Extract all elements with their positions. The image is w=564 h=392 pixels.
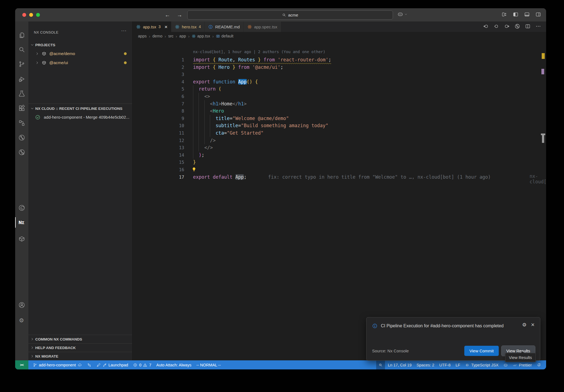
activity-item-gitlens-inspect[interactable] bbox=[15, 146, 28, 159]
zoom-window-button[interactable] bbox=[36, 13, 40, 17]
remote-indicator[interactable]: >< bbox=[15, 360, 28, 369]
status-eol[interactable]: LF bbox=[453, 360, 462, 369]
token: ; bbox=[202, 152, 204, 158]
activity-item-explorer[interactable] bbox=[15, 29, 28, 42]
command-center-search[interactable]: acme bbox=[187, 10, 393, 20]
project-item[interactable]: @acme/ui bbox=[28, 58, 132, 67]
split-editor-button[interactable] bbox=[525, 23, 531, 30]
nav-circle-button[interactable] bbox=[494, 23, 499, 30]
vscode-window: ← → acme NΣ⚙ NX CONSOLE ··· PROJECTS @ac… bbox=[15, 8, 546, 369]
breadcrumb-item-demo[interactable]: demo bbox=[152, 34, 162, 38]
breadcrumb-item-src[interactable]: src bbox=[168, 34, 173, 38]
project-item[interactable]: @acme/demo bbox=[28, 49, 132, 58]
code-line-content: ); bbox=[193, 151, 204, 159]
notification-close-icon[interactable]: × bbox=[531, 322, 535, 328]
activity-item-source-control[interactable] bbox=[15, 58, 28, 71]
status-branch[interactable]: add-hero-component bbox=[31, 360, 84, 369]
line-number: 3 bbox=[132, 71, 184, 78]
tab-README.md[interactable]: README.md bbox=[205, 21, 243, 32]
container-icon bbox=[18, 235, 25, 243]
projects-section-header[interactable]: PROJECTS bbox=[30, 41, 55, 48]
window-controls bbox=[22, 13, 40, 17]
breadcrumb-item-apps[interactable]: apps bbox=[138, 34, 147, 38]
code-line: 10subtitle="Build something amazing toda… bbox=[132, 122, 546, 129]
tab-hero.tsx[interactable]: hero.tsx4 bbox=[171, 21, 205, 32]
rocket-pencil-icon bbox=[96, 363, 101, 367]
layout-sidebar-right-button[interactable] bbox=[535, 12, 541, 18]
section-header-help-and-feedback[interactable]: HELP AND FEEDBACK bbox=[28, 343, 132, 352]
error-icon bbox=[133, 363, 137, 367]
more-button[interactable] bbox=[535, 23, 541, 30]
activity-item-containers[interactable] bbox=[15, 232, 28, 246]
status-language-mode[interactable]: {}TypeScript JSX bbox=[463, 360, 501, 369]
layout-panel-button[interactable] bbox=[524, 12, 530, 18]
activity-item-nx-console[interactable]: NΣ bbox=[15, 216, 28, 229]
status-indentation[interactable]: Spaces: 2 bbox=[414, 360, 437, 369]
nav-forward-button[interactable]: → bbox=[177, 12, 182, 18]
token: } bbox=[255, 57, 261, 62]
tab-app.tsx[interactable]: app.tsx3× bbox=[132, 21, 171, 32]
pipeline-execution-item[interactable]: add-hero-component - Merge 409b44e5cb02.… bbox=[28, 113, 132, 122]
nav-back-button[interactable]: ← bbox=[165, 12, 170, 18]
status-problems[interactable]: 07 bbox=[131, 360, 153, 369]
status-notifications[interactable] bbox=[535, 360, 543, 369]
sidebar-more-actions-button[interactable]: ··· bbox=[121, 28, 127, 34]
react-blue-icon bbox=[247, 24, 252, 29]
breadcrumb-item-default[interactable]: default bbox=[216, 34, 234, 38]
status-compare[interactable] bbox=[85, 360, 94, 369]
status-encoding[interactable]: UTF-8 bbox=[437, 360, 453, 369]
double-check-icon bbox=[513, 363, 517, 367]
section-header-nx-migrate[interactable]: NX MIGRATE bbox=[28, 352, 132, 360]
account-icon bbox=[18, 301, 25, 309]
token: ( bbox=[218, 86, 221, 92]
status-cursor-position[interactable]: Ln 17, Col 19 bbox=[386, 360, 414, 369]
layout-sidebar-left-button[interactable] bbox=[513, 12, 519, 18]
tab-close-icon[interactable]: × bbox=[164, 24, 167, 29]
compare-icon bbox=[87, 363, 91, 367]
status-launchpad[interactable]: Launchpad bbox=[94, 360, 131, 369]
code-line-content: import { Route, Routes } from 'react-rou… bbox=[193, 56, 331, 64]
nav-back-button[interactable] bbox=[483, 23, 489, 30]
run-button[interactable] bbox=[514, 23, 520, 30]
activity-item-search[interactable] bbox=[15, 43, 28, 56]
activity-item-run-debug[interactable] bbox=[15, 72, 28, 86]
activity-item-gitlens[interactable] bbox=[15, 131, 28, 144]
token: > bbox=[218, 101, 221, 107]
side-bar: NX CONSOLE ··· PROJECTS @acme/demo@acme/… bbox=[28, 21, 132, 360]
nav-forward-button[interactable] bbox=[504, 23, 510, 30]
lightbulb-icon[interactable] bbox=[191, 167, 197, 172]
activity-item-accounts[interactable] bbox=[15, 298, 28, 312]
tab-app.spec.tsx[interactable]: app.spec.tsx bbox=[244, 21, 281, 32]
notification-settings-gear-icon[interactable]: ⚙ bbox=[522, 322, 527, 328]
chevron-down-icon bbox=[30, 43, 34, 47]
token: < bbox=[210, 108, 213, 114]
activity-item-browser[interactable] bbox=[15, 201, 28, 214]
section-header-common-nx-commands[interactable]: COMMON NX COMMANDS bbox=[28, 335, 132, 343]
breadcrumb-item-app[interactable]: app bbox=[179, 34, 186, 38]
code-line: 11cta="Get Started" bbox=[132, 129, 546, 137]
sidebar-title: NX CONSOLE bbox=[34, 30, 58, 34]
token: Hero bbox=[218, 64, 230, 70]
line-number: 15 bbox=[132, 159, 184, 166]
breadcrumb-item-app.tsx[interactable]: app.tsx bbox=[192, 34, 210, 38]
code-line-content: return ( bbox=[193, 85, 221, 93]
code-editor[interactable]: nx-cloud[bot], 1 hour ago | 2 authors (Y… bbox=[132, 40, 546, 360]
activity-item-extensions[interactable] bbox=[15, 102, 28, 115]
activity-item-settings[interactable]: ⚙ bbox=[15, 314, 28, 327]
status-zoom-indicator[interactable] bbox=[376, 360, 385, 369]
minimize-window-button[interactable] bbox=[29, 13, 33, 17]
layout-customize-button[interactable] bbox=[501, 12, 507, 18]
copilot-account-menu[interactable] bbox=[397, 11, 408, 17]
view-commit-button[interactable]: View Commit bbox=[464, 346, 498, 356]
close-window-button[interactable] bbox=[22, 13, 26, 17]
tab-label: hero.tsx bbox=[182, 24, 196, 29]
chevron-down-icon bbox=[404, 13, 408, 16]
code-line-content: export function App() { bbox=[193, 78, 258, 86]
status-auto-attach[interactable]: Auto Attach: Always bbox=[154, 360, 194, 369]
line-number: 11 bbox=[132, 129, 184, 137]
breadcrumb-separator: › bbox=[176, 34, 177, 39]
activity-item-project-graph[interactable] bbox=[15, 116, 28, 130]
status-vim-mode[interactable]: -- NORMAL -- bbox=[194, 360, 223, 369]
activity-item-testing[interactable] bbox=[15, 87, 28, 100]
code-line-content: <> bbox=[193, 93, 210, 100]
